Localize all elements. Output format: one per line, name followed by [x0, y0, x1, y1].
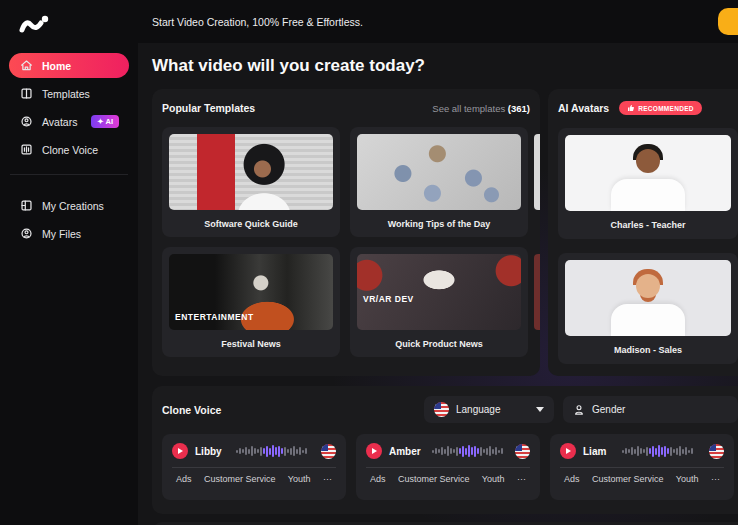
avatar-name: Charles - Teacher [565, 211, 731, 239]
waveform [613, 444, 702, 459]
thumbs-up-icon [627, 104, 635, 112]
ai-avatars-header: AI Avatars RECOMMENDED [558, 99, 738, 117]
ai-badge: ✦ AI [91, 115, 119, 128]
next-template-peek [534, 254, 540, 330]
voice-card[interactable]: Libby Ads Customer Service Youth ··· [162, 434, 346, 500]
more-tags-button[interactable]: ··· [711, 474, 720, 484]
voice-tag[interactable]: Youth [288, 474, 311, 484]
play-button[interactable] [560, 443, 576, 459]
language-dropdown-label: Language [456, 404, 501, 415]
voice-card-divider [560, 467, 724, 468]
avatar-card[interactable]: Charles - Teacher [558, 128, 738, 239]
sidebar-item-label: My Creations [42, 200, 104, 212]
voice-tag[interactable]: Customer Service [204, 474, 276, 484]
gender-dropdown[interactable]: Gender [563, 396, 738, 423]
voice-card-list: Libby Ads Customer Service Youth ··· Amb… [162, 434, 738, 500]
voice-card-divider [172, 467, 336, 468]
us-flag-icon [709, 444, 724, 459]
template-card[interactable]: ENTERTAINMENT Festival News [162, 247, 340, 357]
clone-voice-title: Clone Voice [162, 404, 221, 416]
voice-tag[interactable]: Customer Service [592, 474, 664, 484]
voice-card[interactable]: Liam Ads Customer Service Youth ··· [550, 434, 734, 500]
waveform [229, 444, 314, 459]
clone-voice-panel: Clone Voice Language Gender Libby [152, 386, 738, 514]
sidebar-item-label: My Files [42, 228, 81, 240]
clone-voice-header: Clone Voice Language Gender [162, 396, 738, 423]
voice-tag[interactable]: Customer Service [398, 474, 470, 484]
person-icon [573, 404, 585, 416]
sidebar-item-label: Home [42, 60, 71, 72]
us-flag-icon [321, 444, 336, 459]
home-icon [19, 59, 33, 73]
page-title: What video will you create today? [152, 56, 738, 76]
voice-tag[interactable]: Ads [176, 474, 192, 484]
voice-name: Amber [389, 446, 421, 457]
voice-tags: Ads Customer Service Youth ··· [366, 474, 530, 484]
popular-templates-title: Popular Templates [162, 102, 255, 114]
templates-count: (361) [508, 103, 530, 114]
template-card[interactable]: Working Tips of the Day [350, 127, 528, 237]
play-button[interactable] [366, 443, 382, 459]
voice-tags: Ads Customer Service Youth ··· [560, 474, 724, 484]
sidebar-item-label: Clone Voice [42, 144, 98, 156]
template-thumbnail-quick-product-news: VR/AR DEV [357, 254, 521, 330]
template-title: Software Quick Guide [169, 210, 333, 237]
voice-equalizer-icon [19, 143, 33, 157]
sidebar-item-avatars[interactable]: Avatars ✦ AI [9, 109, 129, 134]
top-panels-row: Popular Templates See all templates (361… [152, 89, 738, 376]
sidebar-divider [10, 174, 128, 175]
see-all-templates-link[interactable]: See all templates (361) [432, 103, 530, 114]
thumbnail-overlay-text: VR/AR DEV [363, 294, 414, 304]
main-content: What video will you create today? Popula… [138, 43, 738, 525]
language-dropdown[interactable]: Language [424, 396, 554, 423]
voice-name: Liam [583, 446, 606, 457]
template-card[interactable]: VR/AR DEV Quick Product News [350, 247, 528, 357]
template-card[interactable]: Software Quick Guide [162, 127, 340, 237]
topbar: Start Video Creation, 100% Free & Effort… [138, 0, 738, 43]
sidebar-nav-secondary: My Creations My Files [0, 193, 138, 246]
avatar-photo-charles [565, 135, 731, 211]
voice-tags: Ads Customer Service Youth ··· [172, 474, 336, 484]
more-tags-button[interactable]: ··· [323, 474, 332, 484]
sidebar-item-my-creations[interactable]: My Creations [9, 193, 129, 218]
sidebar: Home Templates Avatars ✦ AI Clone Voice [0, 0, 138, 525]
gender-dropdown-label: Gender [592, 404, 625, 415]
avatar-photo-madison [565, 260, 731, 336]
voice-card-divider [366, 467, 530, 468]
thumbnail-overlay-text: ENTERTAINMENT [175, 312, 254, 322]
sidebar-item-label: Templates [42, 88, 90, 100]
sidebar-item-my-files[interactable]: My Files [9, 221, 129, 246]
next-template-peek [534, 134, 540, 210]
waveform [428, 444, 508, 459]
popular-templates-panel: Popular Templates See all templates (361… [152, 89, 540, 376]
chevron-down-icon [536, 407, 544, 412]
sidebar-item-home[interactable]: Home [9, 53, 129, 78]
template-title: Working Tips of the Day [357, 210, 521, 237]
voice-tag[interactable]: Ads [564, 474, 580, 484]
voice-name: Libby [195, 446, 222, 457]
avatar-icon [19, 115, 33, 129]
voice-tag[interactable]: Ads [370, 474, 386, 484]
template-title: Festival News [169, 330, 333, 357]
template-grid: Software Quick Guide Working Tips of the… [162, 127, 530, 357]
sidebar-item-clone-voice[interactable]: Clone Voice [9, 137, 129, 162]
sidebar-item-label: Avatars [42, 116, 77, 128]
sparkle-icon: ✦ [97, 117, 103, 126]
template-thumbnail-working-tips [357, 134, 521, 210]
app-logo [17, 13, 51, 35]
voice-tag[interactable]: Youth [482, 474, 505, 484]
voice-card[interactable]: Amber Ads Customer Service Youth ··· [356, 434, 540, 500]
template-thumbnail-festival-news: ENTERTAINMENT [169, 254, 333, 330]
template-thumbnail-software-quick-guide [169, 134, 333, 210]
ai-avatars-title: AI Avatars [558, 102, 609, 114]
files-icon [19, 227, 33, 241]
more-tags-button[interactable]: ··· [517, 474, 526, 484]
play-button[interactable] [172, 443, 188, 459]
avatar-card[interactable]: Madison - Sales [558, 253, 738, 364]
voice-tag[interactable]: Youth [676, 474, 699, 484]
template-title: Quick Product News [357, 330, 521, 357]
upgrade-button[interactable] [718, 8, 738, 35]
ai-avatars-panel: AI Avatars RECOMMENDED Charles - Teacher [548, 89, 738, 376]
sidebar-item-templates[interactable]: Templates [9, 81, 129, 106]
templates-icon [19, 87, 33, 101]
